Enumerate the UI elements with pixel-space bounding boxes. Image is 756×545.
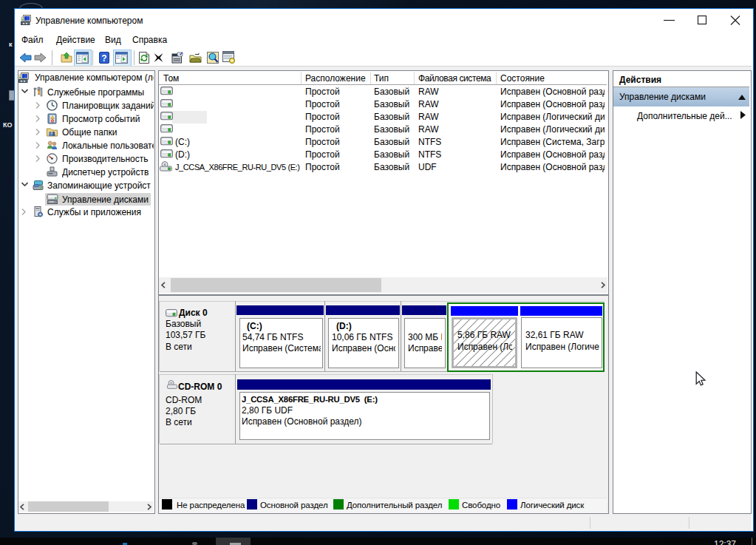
- svg-text:?: ?: [101, 53, 106, 64]
